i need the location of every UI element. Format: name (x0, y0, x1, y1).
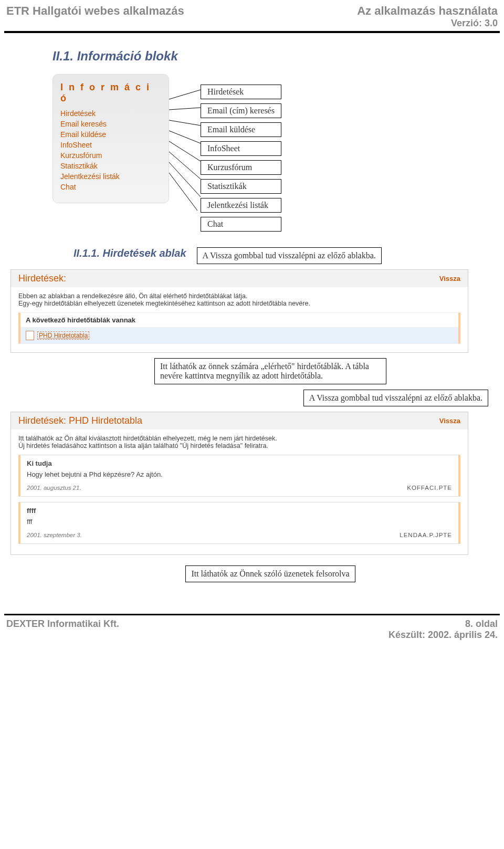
message-author: LENDAA.P.JPTE (400, 532, 452, 538)
page-icon (26, 331, 34, 340)
panel2-title: Hirdetések: PHD Hirdetotabla (18, 415, 142, 426)
menu-item-email-kereses[interactable]: Email keresés (53, 119, 169, 129)
info-menu-header: I n f o r m á c i ó (53, 80, 169, 108)
message-item: Ki tudja Hogy lehet bejutni a Phd képzés… (18, 455, 460, 497)
panel2-desc1: Itt találhatók az Ön által kiválasztott … (18, 435, 460, 442)
panel1-sub-header: A következő hirdetőtáblák vannak (20, 313, 458, 328)
svg-line-3 (169, 131, 201, 143)
svg-line-2 (169, 120, 201, 125)
doc-title-right: Az alkalmazás használata (357, 4, 498, 17)
menu-item-chat[interactable]: Chat (53, 182, 169, 192)
board-link-phd[interactable]: PHD Hirdetotabla (37, 331, 89, 340)
message-title: ffff (20, 502, 458, 516)
doc-version: Verzió: 3.0 (357, 18, 498, 29)
menu-item-email-kuldese[interactable]: Email küldése (53, 129, 169, 140)
label-statisztikak: Statisztikák (201, 179, 281, 194)
panel2-desc2: Új hirdetés feladásához kattintson a lis… (18, 442, 460, 449)
svg-line-4 (169, 141, 201, 161)
menu-item-statisztikak[interactable]: Statisztikák (53, 161, 169, 171)
svg-line-5 (169, 152, 201, 179)
annotation-vissza-1: A Vissza gombbal tud visszalépni az előz… (197, 247, 382, 264)
panel1-desc2: Egy-egy hirdetőtáblán elhelyezett üzenet… (18, 300, 460, 307)
doc-title-left: ETR Hallgatói webes alkalmazás (6, 4, 184, 18)
svg-line-7 (169, 173, 201, 211)
menu-item-jelentkezesi[interactable]: Jelentkezési listák (53, 171, 169, 182)
annotation-uzenetek: Itt láthatók az Önnek szóló üzenetek fel… (185, 565, 355, 582)
panel1-title: Hirdetések: (18, 273, 66, 284)
panel-phd-board: Hirdetések: PHD Hirdetotabla Vissza Itt … (10, 412, 468, 555)
message-text: fff (20, 516, 458, 530)
panel-hirdetesek: Hirdetések: Vissza Ebben az ablakban a r… (10, 269, 468, 353)
message-title: Ki tudja (20, 455, 458, 468)
subsection-title: II.1.1. Hirdetések ablak (74, 247, 186, 259)
label-kurzusforum: Kurzusfórum (201, 160, 281, 175)
svg-line-6 (169, 162, 201, 197)
message-item: ffff fff 2001. szeptember 3. LENDAA.P.JP… (18, 502, 460, 544)
menu-item-kurzusforum[interactable]: Kurzusfórum (53, 150, 169, 161)
menu-item-infosheet[interactable]: InfoSheet (53, 140, 169, 150)
footer-date: Készült: 2002. április 24. (388, 630, 498, 641)
section-title: II.1. Információ blokk (52, 49, 488, 64)
annotation-vissza-2: A Vissza gombbal tud visszalépni az előz… (303, 390, 488, 406)
message-author: KOFFACI.PTE (407, 485, 452, 491)
message-date: 2001. augusztus 21. (27, 485, 81, 491)
label-email-kereses: Email (cím) keresés (201, 103, 281, 118)
message-date: 2001. szeptember 3. (27, 532, 82, 538)
vissza-link-2[interactable]: Vissza (439, 417, 460, 425)
message-text: Hogy lehet bejutni a Phd képzésre? Az aj… (20, 468, 458, 483)
label-hirdetesek: Hirdetések (201, 85, 281, 99)
svg-line-0 (169, 90, 201, 99)
annotation-elerheto: Itt láthatók az önnek számára „elérhető"… (154, 358, 386, 384)
label-infosheet: InfoSheet (201, 141, 281, 156)
menu-item-hirdetesek[interactable]: Hirdetések (53, 108, 169, 119)
label-jelentkezesi: Jelentkezési listák (201, 198, 281, 213)
connector-lines-icon (169, 74, 201, 211)
svg-line-1 (169, 108, 201, 110)
label-email-kuldese: Email küldése (201, 122, 281, 137)
vissza-link-1[interactable]: Vissza (439, 275, 460, 282)
footer-page: 8. oldal (465, 619, 498, 629)
label-chat: Chat (201, 217, 281, 232)
panel1-desc1: Ebben az ablakban a rendelkezésre álló, … (18, 292, 460, 300)
info-menu: I n f o r m á c i ó Hirdetések Email ker… (52, 74, 169, 203)
footer-left: DEXTER Informatikai Kft. (6, 619, 119, 641)
